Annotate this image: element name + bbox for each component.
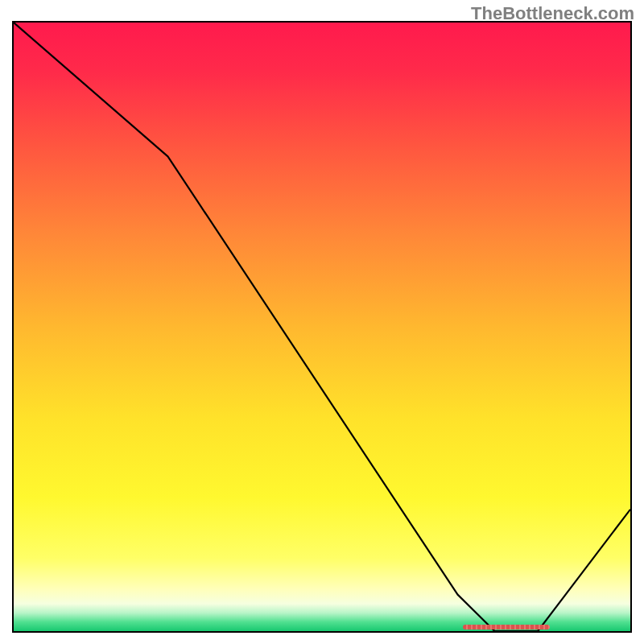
plot-area — [12, 21, 632, 633]
watermark-text: TheBottleneck.com — [471, 3, 634, 24]
chart-container: TheBottleneck.com — [0, 0, 644, 644]
curve-layer — [14, 23, 630, 631]
bottleneck-curve-line — [14, 23, 630, 631]
optimal-range-marker — [463, 625, 549, 630]
